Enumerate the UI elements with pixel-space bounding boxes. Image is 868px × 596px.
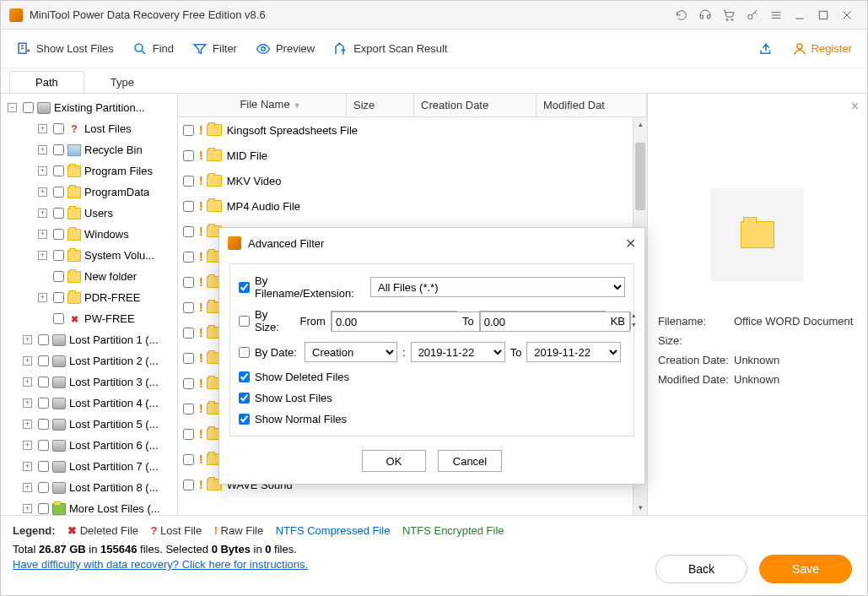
tree-lost-partition[interactable]: +Lost Partition 5 (... (1, 414, 177, 435)
file-row[interactable]: !MKV Video (178, 168, 647, 193)
save-button[interactable]: Save (759, 555, 852, 583)
tree-more-lost[interactable]: +More Lost Files (... (1, 498, 177, 515)
by-size-check[interactable]: By Size: (239, 308, 295, 333)
file-row[interactable]: !MID File (178, 143, 647, 168)
col-modified[interactable]: Modified Dat (536, 94, 647, 117)
tree-check[interactable] (38, 419, 49, 430)
tree-check[interactable] (53, 271, 64, 282)
col-creation[interactable]: Creation Date (414, 94, 536, 117)
show-lost-files-button[interactable]: Show Lost Files (16, 41, 114, 57)
by-date-check[interactable]: By Date: (239, 346, 299, 359)
tree-check[interactable] (53, 123, 64, 134)
tree-check[interactable] (53, 187, 64, 198)
filetype-select[interactable]: All Files (*.*) (370, 277, 625, 297)
show-lost-check[interactable]: Show Lost Files (239, 392, 332, 404)
date-to-select[interactable]: 2019-11-22 (526, 342, 621, 362)
tree-check[interactable] (38, 461, 49, 472)
key-icon[interactable] (741, 3, 764, 27)
tree-check[interactable] (53, 144, 64, 155)
tree-check[interactable] (38, 355, 49, 366)
file-row[interactable]: !MP4 Audio File (178, 193, 647, 219)
tree-item[interactable]: ✖PW-FREE (1, 308, 177, 329)
find-button[interactable]: Find (132, 41, 174, 57)
tree-item[interactable]: New folder (1, 266, 177, 287)
detail-close-icon[interactable]: × (851, 99, 859, 114)
date-type-select[interactable]: Creation (305, 342, 397, 362)
refresh-icon[interactable] (670, 3, 693, 27)
tree-item[interactable]: +ProgramData (1, 182, 177, 203)
folder-tree[interactable]: −Existing Partition... +?Lost Files+Recy… (1, 94, 178, 515)
tree-check[interactable] (38, 440, 49, 451)
tree-item[interactable]: +Users (1, 203, 177, 224)
tree-lost-partition[interactable]: +Lost Partition 2 (... (1, 350, 177, 371)
row-check[interactable] (183, 353, 194, 364)
dialog-cancel-button[interactable]: Cancel (438, 450, 502, 472)
row-check[interactable] (183, 252, 194, 263)
row-check[interactable] (183, 201, 194, 212)
dialog-ok-button[interactable]: OK (362, 450, 426, 472)
tree-root[interactable]: −Existing Partition... (1, 97, 177, 118)
row-check[interactable] (183, 378, 194, 389)
tree-check[interactable] (38, 503, 49, 514)
preview-button[interactable]: Preview (256, 41, 315, 57)
row-check[interactable] (183, 125, 194, 136)
support-icon[interactable] (693, 3, 717, 27)
row-check[interactable] (183, 277, 194, 288)
tree-check[interactable] (23, 102, 34, 113)
tree-check[interactable] (38, 482, 49, 493)
minimize-icon[interactable] (788, 3, 811, 27)
tree-check[interactable] (53, 229, 64, 240)
size-from-input[interactable]: ▲▼ (331, 311, 457, 331)
row-check[interactable] (183, 176, 194, 187)
dialog-close-icon[interactable]: ✕ (625, 236, 636, 252)
tree-lost-partition[interactable]: +Lost Partition 8 (... (1, 477, 177, 498)
row-check[interactable] (183, 480, 194, 490)
tree-check[interactable] (38, 334, 49, 345)
file-row[interactable]: !Kingsoft Spreadsheets File (178, 117, 647, 143)
tree-item[interactable]: +System Volu... (1, 245, 177, 266)
tree-item[interactable]: +Program Files (1, 160, 177, 182)
tree-check[interactable] (38, 398, 49, 409)
size-to-input[interactable]: ▲▼ (479, 311, 606, 331)
row-check[interactable] (183, 454, 194, 465)
tree-item[interactable]: +PDR-FREE (1, 287, 177, 308)
tree-lost-partition[interactable]: +Lost Partition 6 (... (1, 435, 177, 456)
maximize-icon[interactable] (811, 3, 835, 27)
col-size[interactable]: Size (347, 94, 414, 117)
tree-check[interactable] (53, 165, 64, 176)
tree-check[interactable] (53, 208, 64, 219)
row-check[interactable] (183, 150, 194, 161)
tree-check[interactable] (38, 377, 49, 387)
row-check[interactable] (183, 404, 194, 414)
tab-type[interactable]: Type (84, 71, 160, 93)
back-button[interactable]: Back (655, 555, 747, 583)
tree-check[interactable] (53, 292, 64, 303)
col-filename[interactable]: File Name▼ (195, 93, 347, 117)
row-check[interactable] (183, 328, 194, 339)
register-button[interactable]: Register (792, 41, 852, 57)
tree-lost-partition[interactable]: +Lost Partition 4 (... (1, 393, 177, 414)
row-check[interactable] (183, 226, 194, 237)
row-check[interactable] (183, 302, 194, 313)
tree-check[interactable] (53, 250, 64, 261)
tree-check[interactable] (53, 313, 64, 324)
row-check[interactable] (183, 429, 194, 440)
filter-button[interactable]: Filter (192, 41, 237, 57)
tree-item[interactable]: +Recycle Bin (1, 139, 177, 160)
date-from-select[interactable]: 2019-11-22 (411, 342, 505, 362)
share-icon[interactable] (758, 41, 774, 57)
show-normal-check[interactable]: Show Normal Files (239, 413, 347, 425)
detail-mdate: Unknown (734, 373, 857, 386)
tree-item[interactable]: +Windows (1, 224, 177, 245)
tab-path[interactable]: Path (9, 71, 84, 93)
cart-icon[interactable] (717, 3, 741, 27)
close-icon[interactable] (835, 3, 859, 27)
menu-icon[interactable] (764, 3, 788, 27)
tree-lost-partition[interactable]: +Lost Partition 1 (... (1, 329, 177, 350)
tree-lost-partition[interactable]: +Lost Partition 7 (... (1, 456, 177, 477)
show-deleted-check[interactable]: Show Deleted Files (239, 371, 349, 383)
by-filename-check[interactable]: By Filename/Extension: (239, 274, 365, 300)
tree-lost-partition[interactable]: +Lost Partition 3 (... (1, 371, 177, 393)
tree-item[interactable]: +?Lost Files (1, 118, 177, 139)
export-button[interactable]: Export Scan Result (333, 41, 447, 57)
